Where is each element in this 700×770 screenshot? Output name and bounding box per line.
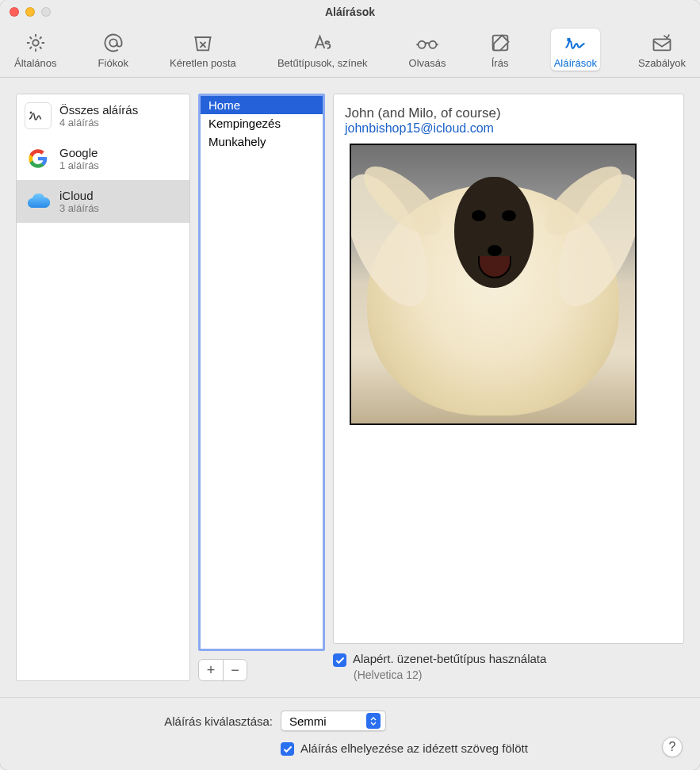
accounts-list: Összes aláírás 4 aláírás Google 1 aláírá…	[16, 94, 190, 681]
tab-general[interactable]: Általános	[11, 29, 59, 71]
place-above-row: Aláírás elhelyezése az idézett szöveg fö…	[19, 741, 681, 756]
default-font-row: Alapért. üzenet-betűtípus használata	[333, 652, 684, 667]
default-font-label: Alapért. üzenet-betűtípus használata	[353, 652, 546, 665]
signature-image	[350, 144, 637, 425]
footer: Aláírás kiválasztása: Semmi Aláírás elhe…	[0, 697, 700, 770]
account-count: 4 aláírás	[59, 117, 138, 128]
add-remove-buttons: + −	[198, 659, 247, 681]
tab-composing[interactable]: Írás	[484, 29, 516, 71]
default-font-checkbox[interactable]	[333, 653, 346, 667]
choose-signature-label: Aláírás kiválasztása:	[19, 714, 273, 728]
preview-column: John (and Milo, of course) johnbishop15@…	[333, 94, 684, 681]
icloud-icon	[25, 188, 52, 215]
close-button[interactable]	[10, 7, 19, 17]
add-signature-button[interactable]: +	[199, 660, 223, 680]
window-controls	[10, 7, 51, 17]
account-name: Összes aláírás	[59, 103, 138, 117]
tab-viewing[interactable]: Olvasás	[406, 29, 449, 71]
signature-item-work[interactable]: Munkahely	[201, 132, 323, 151]
tab-fonts-colors[interactable]: Betűtípusok, színek	[274, 29, 370, 71]
tab-rules[interactable]: Szabályok	[635, 29, 689, 71]
zoom-button[interactable]	[41, 7, 51, 17]
tab-signatures[interactable]: Aláírások	[551, 29, 600, 71]
gear-icon	[23, 30, 48, 56]
account-name: Google	[59, 146, 99, 159]
tab-accounts[interactable]: Fiókok	[95, 29, 132, 71]
svg-point-3	[429, 41, 436, 48]
place-above-checkbox[interactable]	[281, 742, 294, 756]
account-item-icloud[interactable]: iCloud 3 aláírás	[17, 180, 189, 223]
signature-preview[interactable]: John (and Milo, of course) johnbishop15@…	[333, 94, 684, 644]
remove-signature-button[interactable]: −	[223, 660, 247, 680]
minimize-button[interactable]	[25, 7, 35, 17]
help-button[interactable]: ?	[662, 737, 683, 757]
titlebar: Aláírások	[0, 0, 700, 24]
svg-point-2	[419, 41, 426, 48]
at-icon	[101, 30, 126, 56]
choose-signature-select[interactable]: Semmi	[281, 711, 386, 731]
rules-icon	[649, 30, 675, 56]
content-area: Összes aláírás 4 aláírás Google 1 aláírá…	[0, 78, 700, 697]
svg-point-0	[33, 40, 38, 45]
choose-signature-value: Semmi	[289, 714, 327, 728]
preferences-toolbar: Általános Fiókok Kéretlen posta Betűtípu…	[0, 24, 700, 78]
svg-point-1	[109, 39, 117, 46]
account-count: 3 aláírás	[59, 202, 99, 214]
fonts-icon	[310, 30, 335, 56]
google-icon	[25, 145, 52, 172]
account-item-all[interactable]: Összes aláírás 4 aláírás	[17, 94, 189, 137]
account-name: iCloud	[59, 189, 99, 202]
svg-rect-5	[654, 39, 671, 50]
account-item-google[interactable]: Google 1 aláírás	[17, 137, 189, 180]
preferences-window: Aláírások Általános Fiókok Kéretlen post…	[0, 0, 700, 770]
tab-junk[interactable]: Kéretlen posta	[166, 29, 239, 71]
signature-email: johnbishop15@icloud.com	[345, 121, 672, 136]
default-font-sub: (Helvetica 12)	[354, 668, 684, 681]
window-title: Aláírások	[0, 6, 700, 18]
signature-tile-icon	[25, 102, 52, 129]
chevron-up-down-icon	[366, 713, 381, 729]
trash-x-icon	[190, 30, 216, 56]
glasses-icon	[415, 30, 440, 56]
account-count: 1 aláírás	[59, 159, 99, 171]
place-above-label: Aláírás elhelyezése az idézett szöveg fö…	[300, 741, 528, 755]
choose-signature-row: Aláírás kiválasztása: Semmi	[19, 711, 681, 731]
compose-icon	[488, 30, 513, 56]
signature-icon	[563, 30, 588, 56]
signature-item-home[interactable]: Home	[201, 96, 323, 114]
signatures-column: Home Kempingezés Munkahely + −	[198, 94, 325, 681]
signature-name-line: John (and Milo, of course)	[345, 105, 672, 121]
signature-item-camping[interactable]: Kempingezés	[201, 114, 323, 132]
signatures-list[interactable]: Home Kempingezés Munkahely	[198, 94, 325, 651]
